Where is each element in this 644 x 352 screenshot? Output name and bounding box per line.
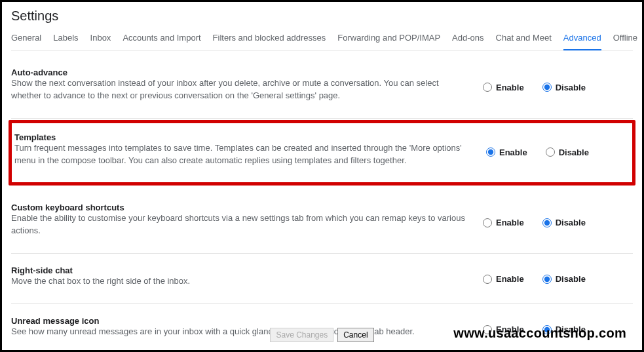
enable-label: Enable [496, 83, 524, 92]
save-button[interactable]: Save Changes [270, 328, 333, 342]
setting-title: Unread message icon [11, 316, 99, 326]
tab-add-ons[interactable]: Add-ons [452, 30, 483, 50]
tabs-bar: GeneralLabelsInboxAccounts and ImportFil… [11, 30, 633, 50]
enable-radio[interactable] [483, 83, 492, 92]
disable-option[interactable]: Disable [546, 147, 589, 157]
setting-title: Templates [14, 132, 56, 142]
disable-option[interactable]: Disable [542, 218, 586, 227]
enable-radio[interactable] [483, 218, 492, 227]
radio-group: EnableDisable [483, 203, 614, 237]
setting-row-auto-advance: Auto-advanceShow the next conversation i… [11, 56, 633, 119]
tab-chat-and-meet[interactable]: Chat and Meet [496, 30, 552, 50]
setting-text: Right-side chatMove the chat box to the … [11, 265, 483, 288]
setting-text: TemplatesTurn frequent messages into tem… [14, 132, 486, 167]
tab-advanced[interactable]: Advanced [563, 30, 601, 50]
radio-group: EnableDisable [486, 132, 617, 167]
settings-body: Auto-advanceShow the next conversation i… [11, 56, 633, 352]
radio-group: EnableDisable [483, 68, 614, 102]
enable-label: Enable [499, 147, 527, 157]
tab-accounts-and-import[interactable]: Accounts and Import [123, 30, 200, 50]
setting-title: Auto-advance [11, 68, 67, 77]
setting-title: Custom keyboard shortcuts [11, 203, 124, 212]
enable-label: Enable [496, 218, 524, 227]
setting-desc: Enable the ability to customise your key… [11, 213, 465, 235]
tab-labels[interactable]: Labels [53, 30, 78, 50]
setting-row-right-side-chat: Right-side chatMove the chat box to the … [11, 254, 633, 304]
tab-filters-and-blocked-addresses[interactable]: Filters and blocked addresses [213, 30, 326, 50]
watermark: www.usaaccountshop.com [453, 326, 626, 341]
page-title: Settings [11, 7, 633, 30]
enable-option[interactable]: Enable [483, 274, 524, 284]
disable-label: Disable [556, 83, 586, 92]
setting-text: Auto-advanceShow the next conversation i… [11, 68, 483, 102]
disable-label: Disable [556, 218, 586, 227]
setting-row-templates: TemplatesTurn frequent messages into tem… [9, 120, 635, 186]
enable-radio[interactable] [486, 147, 495, 157]
tab-forwarding-and-pop-imap[interactable]: Forwarding and POP/IMAP [337, 30, 440, 50]
enable-option[interactable]: Enable [483, 83, 524, 92]
setting-row-custom-keyboard-shortcuts: Custom keyboard shortcutsEnable the abil… [11, 191, 633, 254]
enable-label: Enable [496, 274, 524, 284]
disable-radio[interactable] [542, 218, 552, 227]
tab-offline[interactable]: Offline [613, 30, 637, 50]
setting-desc: Move the chat box to the right side of t… [11, 276, 190, 286]
disable-radio[interactable] [542, 83, 552, 92]
setting-text: Custom keyboard shortcutsEnable the abil… [11, 203, 483, 237]
disable-radio[interactable] [542, 275, 552, 284]
tab-general[interactable]: General [11, 30, 41, 50]
disable-option[interactable]: Disable [542, 274, 586, 284]
enable-option[interactable]: Enable [483, 218, 524, 227]
setting-desc: Show the next conversation instead of yo… [11, 78, 439, 100]
setting-title: Right-side chat [11, 265, 73, 275]
tab-inbox[interactable]: Inbox [90, 30, 111, 50]
cancel-button[interactable]: Cancel [337, 328, 373, 342]
disable-label: Disable [559, 147, 589, 157]
disable-option[interactable]: Disable [542, 83, 586, 92]
setting-desc: Turn frequent messages into templates to… [14, 143, 462, 165]
disable-radio[interactable] [546, 147, 555, 157]
enable-option[interactable]: Enable [486, 147, 527, 157]
radio-group: EnableDisable [483, 265, 614, 288]
disable-label: Disable [556, 274, 586, 284]
enable-radio[interactable] [483, 275, 492, 284]
